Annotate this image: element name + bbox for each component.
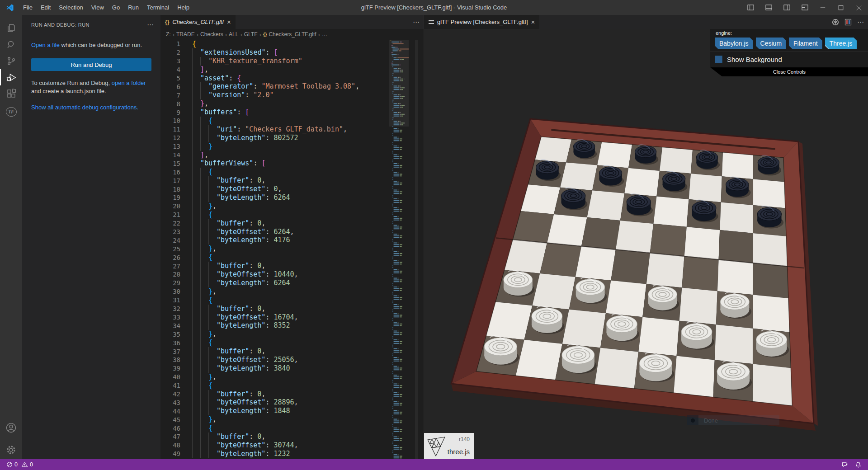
code-line[interactable]: 32"buffer": 0, [160,305,424,313]
breadcrumb-item[interactable]: TRADE [176,31,195,38]
breadcrumb-item[interactable]: GLTF [244,31,258,38]
breadcrumb-item[interactable]: Z: [166,31,171,38]
tab-close-icon[interactable]: × [227,19,231,25]
run-and-debug-button[interactable]: Run and Debug [31,58,151,71]
feedback-icon[interactable] [840,459,850,470]
code-line[interactable]: 27"buffer": 0, [160,262,424,270]
code-line[interactable]: 1{ [160,40,424,48]
code-line[interactable]: 6"generator": "Marmoset Toolbag 3.08", [160,82,424,91]
code-line[interactable]: 43"byteOffset": 28896, [160,398,424,407]
code-line[interactable]: 22"buffer": 0, [160,219,424,228]
extensions-icon[interactable] [0,86,22,102]
code-line[interactable]: 46{ [160,424,424,432]
show-background-checkbox[interactable] [715,56,722,63]
code-line[interactable]: 35}, [160,330,424,338]
close-button[interactable] [850,0,868,15]
code-line[interactable]: 18"byteOffset": 0, [160,185,424,193]
code-line[interactable]: 33"byteOffset": 16704, [160,313,424,322]
code-line[interactable]: 36{ [160,338,424,347]
code-line[interactable]: 10{ [160,117,424,125]
menu-terminal[interactable]: Terminal [143,0,173,15]
close-controls-button[interactable]: Close Controls [710,67,868,76]
minimize-button[interactable] [814,0,832,15]
engine-button-cesium[interactable]: Cesium [756,38,786,49]
editor-scrollbar[interactable] [415,40,418,459]
code-line[interactable]: 28"byteOffset": 10440, [160,270,424,279]
code-line[interactable]: 48"byteOffset": 30744, [160,441,424,450]
menu-selection[interactable]: Selection [55,0,87,15]
code-line[interactable]: 49"byteLength": 1232 [160,450,424,458]
gltf-preview-webview[interactable]: engine: Babylon.jsCesiumFilamentThree.js… [424,29,868,459]
code-line[interactable]: 24"byteLength": 4176 [160,236,424,244]
code-line[interactable]: 29"byteLength": 6264 [160,279,424,287]
code-line[interactable]: 38"byteOffset": 25056, [160,356,424,364]
code-line[interactable]: 31{ [160,296,424,305]
preview-more-actions-icon[interactable]: ⋯ [857,18,864,26]
source-control-icon[interactable] [0,53,22,69]
engine-button-threejs[interactable]: Three.js [825,38,857,49]
code-line[interactable]: 17"buffer": 0, [160,176,424,185]
code-line[interactable]: 13} [160,142,424,151]
breadcrumb-item[interactable]: Checkers [200,31,223,38]
toggle-panel-icon[interactable] [760,0,778,15]
code-line[interactable]: 7"version": "2.0" [160,91,424,99]
tab-gltf-preview[interactable]: glTF Preview [Checkers_GLTF.gltf] × [424,15,539,29]
code-line[interactable]: 3"KHR_texture_transform" [160,57,424,66]
code-line[interactable]: 9"buffers": [ [160,108,424,117]
checkers-board-3d[interactable] [424,29,868,459]
split-editor-icon[interactable] [844,19,852,26]
toggle-sidebar-icon[interactable] [741,0,760,15]
breadcrumb-item[interactable]: ALL [229,31,238,38]
code-line[interactable]: 25}, [160,244,424,253]
tab-checkers-gltf[interactable]: {} Checkers_GLTF.gltf × [160,15,236,29]
code-line[interactable]: 39"byteLength": 3840 [160,364,424,373]
code-editor[interactable]: 1{2"extensionsUsed": [3"KHR_texture_tran… [160,40,424,459]
code-line[interactable]: 45}, [160,415,424,424]
toggle-secondary-sidebar-icon[interactable] [778,0,796,15]
menu-view[interactable]: View [87,0,108,15]
editor-more-actions-icon[interactable]: ⋯ [413,18,420,26]
code-line[interactable]: 30}, [160,287,424,296]
problems-indicator[interactable]: 0 0 [5,459,35,470]
editor-layout-icon[interactable] [796,0,814,15]
code-line[interactable]: 5"asset": { [160,74,424,83]
menu-file[interactable]: File [19,0,37,15]
code-line[interactable]: 41{ [160,381,424,390]
run-and-debug-icon[interactable] [0,69,22,85]
code-line[interactable]: 40}, [160,373,424,381]
code-line[interactable]: 16{ [160,168,424,176]
code-line[interactable]: 15"bufferViews": [ [160,159,424,168]
preview-tab-close-icon[interactable]: × [531,19,535,25]
code-line[interactable]: 12"byteLength": 802572 [160,134,424,142]
code-line[interactable]: 14], [160,151,424,160]
code-line[interactable]: 4], [160,66,424,74]
menu-help[interactable]: Help [173,0,193,15]
code-line[interactable]: 2"extensionsUsed": [ [160,48,424,57]
code-line[interactable]: 44"byteLength": 1848 [160,407,424,415]
code-line[interactable]: 8}, [160,99,424,108]
show-debug-configs-link[interactable]: Show all automatic debug configurations. [31,104,138,111]
code-line[interactable]: 21{ [160,211,424,219]
code-line[interactable]: 11"uri": "Checkers_GLTF_data.bin", [160,125,424,134]
accounts-icon[interactable] [0,419,22,436]
menu-edit[interactable]: Edit [37,0,55,15]
menu-go[interactable]: Go [108,0,124,15]
code-line[interactable]: 20}, [160,202,424,211]
breadcrumb-file[interactable]: {}Checkers_GLTF.gltf [263,31,316,38]
code-line[interactable]: 47"buffer": 0, [160,432,424,441]
show-background-row[interactable]: Show Background [710,52,868,67]
explorer-icon[interactable] [0,20,22,36]
engine-button-babylonjs[interactable]: Babylon.js [715,38,753,49]
open-file-link[interactable]: Open a file [31,42,60,48]
engine-button-filament[interactable]: Filament [789,38,822,49]
minimap[interactable] [389,40,409,459]
search-icon[interactable] [0,37,22,53]
gltf-tools-icon[interactable]: TF [0,103,22,120]
open-folder-link[interactable]: open a folder [112,80,146,86]
sidebar-more-actions[interactable]: ⋯ [147,21,154,29]
breadcrumb[interactable]: Z:›TRADE›Checkers›ALL›GLTF›{}Checkers_GL… [160,29,424,40]
code-line[interactable]: 37"buffer": 0, [160,347,424,356]
code-line[interactable]: 19"byteLength": 6264 [160,193,424,202]
code-line[interactable]: 23"byteOffset": 6264, [160,228,424,236]
code-line[interactable]: 42"buffer": 0, [160,390,424,399]
